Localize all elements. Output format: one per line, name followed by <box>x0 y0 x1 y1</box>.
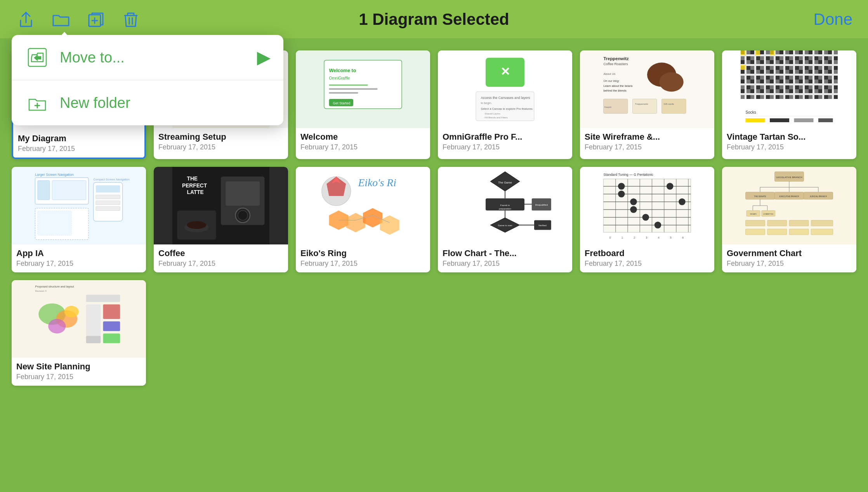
svg-text:0: 0 <box>609 236 611 239</box>
svg-text:Eiko's Ri: Eiko's Ri <box>358 177 396 189</box>
thumbnail-coffee: THE PERFECT LATTE <box>154 167 288 244</box>
svg-text:Learn about the beans: Learn about the beans <box>604 84 633 88</box>
svg-rect-86 <box>96 195 120 199</box>
svg-text:About Us: About Us <box>604 72 616 76</box>
svg-point-150 <box>642 214 649 221</box>
svg-text:Access the Canvases and layers: Access the Canvases and layers <box>481 96 531 100</box>
diagram-card-tartan[interactable]: Socks Vintage Tartan So... February 17, … <box>722 50 856 159</box>
duplicate-button[interactable] <box>85 9 106 30</box>
diagram-card-app-ia[interactable]: Larger Screen Navigation Compact Screen … <box>12 167 146 272</box>
svg-text:OmniGraffle: OmniGraffle <box>329 76 350 80</box>
diagram-info-streaming: Streaming Setup February 17, 2015 <box>154 128 288 156</box>
svg-text:Welcome to: Welcome to <box>329 68 356 73</box>
diagram-card-flowchart[interactable]: The Game Found in preparation Game is ov… <box>438 167 572 272</box>
svg-point-196 <box>48 319 66 334</box>
svg-rect-184 <box>767 220 787 226</box>
diagram-card-government-chart[interactable]: LEGISLATIVE BRANCH THE SENATE EXECUTIVE … <box>722 167 856 272</box>
diagram-info-welcome: Welcome February 17, 2015 <box>296 128 430 156</box>
svg-rect-82 <box>52 180 86 200</box>
diagram-card-eikos-ring[interactable]: Eiko's Ri Eiko's Ring February 17, 2015 <box>296 167 430 272</box>
diagram-date: February 17, 2015 <box>585 260 710 268</box>
svg-point-197 <box>64 306 79 317</box>
diagram-date: February 17, 2015 <box>158 143 283 151</box>
diagram-name: OmniGraffle Pro F... <box>443 132 568 142</box>
svg-text:Found in: Found in <box>500 204 510 206</box>
diagram-card-coffee[interactable]: THE PERFECT LATTE Coffee February 17, 20… <box>154 167 288 272</box>
svg-text:Coffee Roasters: Coffee Roasters <box>604 62 628 66</box>
diagram-name: App IA <box>16 248 141 258</box>
diagram-date: February 17, 2015 <box>16 260 141 268</box>
svg-rect-33 <box>329 92 358 94</box>
svg-rect-198 <box>86 295 120 302</box>
toolbar: 1 Diagram Selected Done <box>0 0 868 39</box>
svg-text:l'esprit: l'esprit <box>604 106 611 108</box>
page-title: 1 Diagram Selected <box>359 10 509 29</box>
diagram-date: February 17, 2015 <box>443 260 568 268</box>
svg-text:COMMITTEE: COMMITTEE <box>763 213 773 215</box>
svg-text:3: 3 <box>646 236 647 239</box>
thumbnail-new-site-planning: Proposed structure and layout Revision 4 <box>12 280 146 358</box>
svg-text:Verified: Verified <box>538 224 547 227</box>
svg-rect-70 <box>741 65 746 70</box>
diagram-info-eikos-ring: Eiko's Ring February 17, 2015 <box>296 244 430 272</box>
svg-point-152 <box>667 183 674 190</box>
diagram-card-welcome[interactable]: Welcome to OmniGraffle Get Started Welco… <box>296 50 430 159</box>
svg-rect-32 <box>329 88 378 90</box>
diagram-info-fretboard: Fretboard February 17, 2015 <box>580 244 714 272</box>
svg-text:Select a Canvas to explore Pro: Select a Canvas to explore Pro features: <box>481 107 533 111</box>
svg-text:Revision 4: Revision 4 <box>35 289 47 292</box>
svg-rect-75 <box>770 118 789 122</box>
svg-text:Treppenwitz: Treppenwitz <box>635 102 648 105</box>
new-folder-item[interactable]: New folder <box>12 80 283 125</box>
diagram-name: Flow Chart - The... <box>443 248 568 258</box>
svg-text:Socks: Socks <box>746 110 756 114</box>
diagram-card-wireframe[interactable]: Treppenwitz Coffee Roasters About Us On … <box>580 50 714 159</box>
diagram-card-fretboard[interactable]: Standard Tuning — G Pentatonic <box>580 167 714 272</box>
svg-rect-77 <box>818 118 833 122</box>
svg-text:Gift cards: Gift cards <box>664 102 674 105</box>
diagram-card-new-site-planning[interactable]: Proposed structure and layout Revision 4… <box>12 280 146 386</box>
svg-rect-203 <box>86 336 101 343</box>
svg-rect-68 <box>755 50 760 55</box>
svg-rect-66 <box>741 50 838 99</box>
folder-button[interactable] <box>50 9 71 30</box>
svg-rect-202 <box>103 334 120 343</box>
diagram-date: February 17, 2015 <box>443 143 568 151</box>
done-button[interactable]: Done <box>814 10 852 29</box>
svg-rect-200 <box>103 305 120 319</box>
svg-text:Larger Screen Navigation: Larger Screen Navigation <box>35 173 74 177</box>
svg-rect-188 <box>767 229 787 235</box>
svg-rect-56 <box>662 99 686 114</box>
svg-text:Standard Tuning — G Pentatonic: Standard Tuning — G Pentatonic <box>604 173 654 177</box>
svg-point-47 <box>659 72 684 92</box>
svg-rect-132 <box>604 179 691 232</box>
svg-rect-183 <box>746 220 765 226</box>
diagram-name: Eiko's Ring <box>300 248 425 258</box>
trash-button[interactable] <box>120 9 141 30</box>
move-to-label: Move to... <box>60 49 246 66</box>
diagram-name: Government Chart <box>727 248 852 258</box>
dropdown-popup: Move to... ▶ New folder <box>12 35 283 125</box>
svg-rect-76 <box>794 118 814 122</box>
thumbnail-omnigraffle: ✕ Access the Canvases and layers to begi… <box>438 50 572 128</box>
svg-rect-96 <box>226 182 260 206</box>
svg-text:5: 5 <box>670 236 672 239</box>
diagram-card-omnigraffle[interactable]: ✕ Access the Canvases and layers to begi… <box>438 50 572 159</box>
share-button[interactable] <box>16 9 36 30</box>
svg-text:2: 2 <box>634 236 635 239</box>
svg-rect-55 <box>633 99 657 114</box>
diagram-date: February 17, 2015 <box>158 260 283 268</box>
new-folder-icon <box>26 91 49 114</box>
svg-text:LATTE: LATTE <box>187 189 204 195</box>
svg-point-98 <box>238 211 248 220</box>
move-to-item[interactable]: Move to... ▶ <box>12 35 283 80</box>
diagram-date: February 17, 2015 <box>727 260 852 268</box>
toolbar-left <box>16 9 141 30</box>
dropdown-arrow <box>57 32 71 40</box>
thumbnail-government-chart: LEGISLATIVE BRANCH THE SENATE EXECUTIVE … <box>722 167 856 244</box>
diagram-date: February 17, 2015 <box>18 145 140 153</box>
svg-rect-74 <box>746 118 765 122</box>
diagram-name: Vintage Tartan So... <box>727 132 852 142</box>
diagram-info-site-planning: New Site Planning February 17, 2015 <box>12 358 146 386</box>
svg-rect-87 <box>96 201 120 205</box>
